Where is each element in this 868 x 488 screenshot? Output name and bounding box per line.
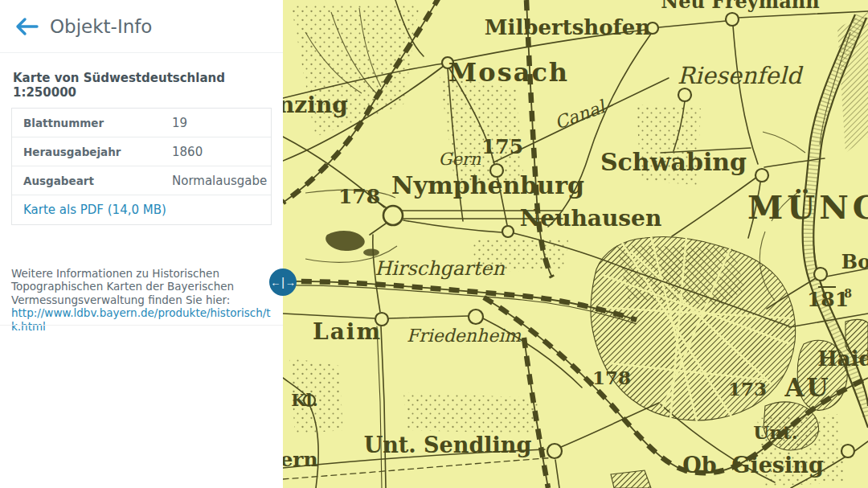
- map-label: ern: [283, 448, 318, 471]
- map-label: Hirschgarten: [375, 257, 505, 280]
- row-label: Blattnummer: [23, 117, 172, 129]
- map-label: Neu Freymann: [661, 0, 819, 13]
- arrow-right-icon: →: [285, 277, 296, 288]
- map-label: AU: [784, 373, 830, 402]
- map-label: 173: [728, 378, 767, 400]
- table-row: Blattnummer 19: [12, 109, 271, 137]
- historic-map-view[interactable]: Neu FreymannMilbertshofenMosachRiesenfel…: [283, 0, 868, 488]
- table-row: Herausgabejahr 1860: [12, 137, 271, 166]
- info-url-link[interactable]: http://www.ldbv.bayern.de/produkte/histo…: [11, 306, 276, 333]
- back-arrow-icon: [13, 16, 42, 37]
- map-label: Unt.: [753, 421, 797, 443]
- panel-resize-handle[interactable]: ← | →: [269, 269, 297, 296]
- map-label: Riesenfeld: [678, 62, 804, 89]
- row-value: 1860: [172, 145, 203, 159]
- object-info-panel: Objekt-Info Karte von Südwestdeutschland…: [0, 0, 283, 488]
- map-sheet-title: Karte von Südwestdeutschland 1:250000: [13, 71, 272, 100]
- map-label: 178: [592, 367, 631, 388]
- map-label: Ob. Giesing: [682, 453, 824, 478]
- row-value: 19: [172, 116, 187, 130]
- map-label: 8: [844, 287, 852, 300]
- map-label: Kl.: [291, 390, 318, 410]
- map-label: 181: [807, 288, 849, 311]
- map-label: Unt. Sendling: [364, 433, 532, 457]
- object-info-screen: Objekt-Info Karte von Südwestdeutschland…: [0, 0, 868, 488]
- back-button[interactable]: [13, 12, 45, 41]
- map-label: 175: [481, 135, 523, 158]
- map-label: 178: [338, 185, 380, 208]
- map-label: MÜNC: [747, 188, 868, 226]
- table-row: Karte als PDF (14,0 MB): [12, 195, 271, 224]
- map-label: Bo: [841, 250, 868, 273]
- map-label: Friedenheim: [407, 326, 521, 346]
- row-label: Herausgabejahr: [23, 146, 172, 158]
- panel-body: Karte von Südwestdeutschland 1:250000 Bl…: [0, 53, 283, 333]
- object-info-table: Blattnummer 19 Herausgabejahr 1860 Ausga…: [11, 108, 272, 225]
- map-label: Nymphenburg: [391, 171, 584, 199]
- row-value: Normalausgabe: [172, 174, 267, 188]
- table-row: Ausgabeart Normalausgabe: [12, 166, 271, 195]
- map-label: Gern: [439, 150, 481, 169]
- info-text: Weitere Informationen zu Historischen To…: [11, 267, 276, 306]
- panel-title: Objekt-Info: [50, 16, 152, 37]
- divider-bar-icon: |: [281, 277, 285, 288]
- map-label: Neuhausen: [520, 205, 662, 232]
- map-label: Schwabing: [600, 148, 747, 176]
- map-label: Haid: [817, 347, 868, 371]
- map-canvas: Neu FreymannMilbertshofenMosachRiesenfel…: [283, 0, 868, 488]
- panel-divider-line: [0, 325, 283, 326]
- map-label: Laim: [313, 318, 382, 345]
- panel-header: Objekt-Info: [0, 0, 283, 53]
- map-label: Mosach: [448, 57, 569, 88]
- row-label: Ausgabeart: [23, 174, 172, 187]
- map-label: nzing: [283, 92, 348, 118]
- arrow-left-icon: ←: [270, 277, 280, 288]
- map-label: Milbertshofen: [485, 15, 651, 39]
- pdf-download-link[interactable]: Karte als PDF (14,0 MB): [23, 203, 166, 217]
